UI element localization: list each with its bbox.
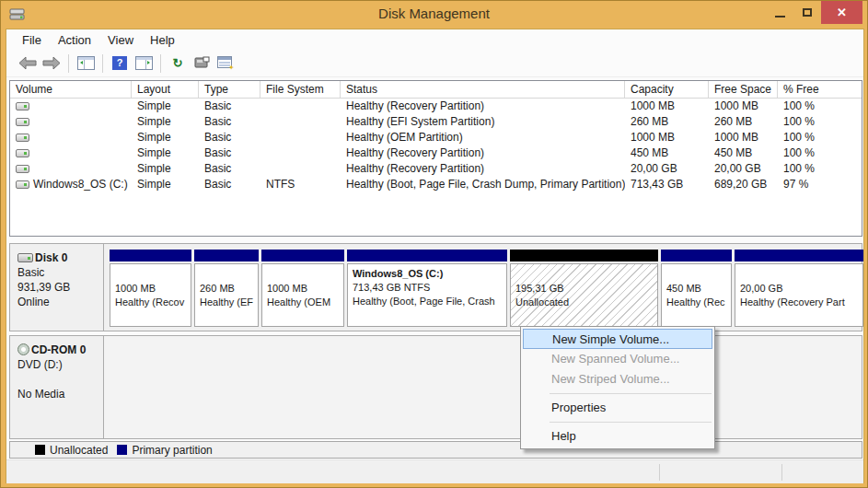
partition-title: Windows8_OS (C:) [353,267,502,281]
volume-icon [16,149,29,157]
cell-capacity: 20,00 GB [625,161,709,177]
cell-free-space: 20,00 GB [709,161,778,177]
cell-status: Healthy (OEM Partition) [341,130,625,145]
legend-bar: Unallocated Primary partition [9,441,862,459]
back-icon [18,56,37,70]
unallocated-swatch [35,445,45,455]
properties-icon [194,56,210,70]
disk-kind: Basic [17,265,103,280]
menu-item-properties[interactable]: Properties [521,398,714,418]
menu-bar: File Action View Help [6,29,863,50]
cell-type: Basic [199,177,260,192]
cell-pct-free: 100 % [778,130,862,145]
legend-unallocated-label: Unallocated [50,444,108,457]
volume-icon [16,180,29,189]
window-content: File Action View Help [6,29,864,483]
refresh-button[interactable]: ↻ [166,52,190,75]
statusbar-separator [781,464,782,481]
cell-layout: Simple [132,130,199,145]
table-row[interactable]: Simple Basic Healthy (Recovery Partition… [10,145,862,161]
volume-icon [16,134,29,142]
cell-status: Healthy (EFI System Partition) [341,114,625,130]
cell-file-system [260,161,341,177]
col-free-space[interactable]: Free Space [709,81,778,98]
partition-color-bar [194,250,259,261]
partition-efi[interactable]: 260 MB Healthy (EF [194,250,259,327]
col-type[interactable]: Type [199,81,260,98]
cell-capacity: 450 MB [625,145,709,161]
table-row[interactable]: Simple Basic Healthy (Recovery Partition… [10,161,862,177]
close-icon: ✕ [837,6,847,19]
help-button[interactable]: ? [108,52,132,75]
partition-size: 713,43 GB NTFS [353,281,502,295]
menu-separator [550,422,712,423]
menu-item-help[interactable]: Help [521,426,714,447]
window-title: Disk Management [1,6,867,21]
partition-size: 195,31 GB [515,282,653,296]
cell-free-space: 689,20 GB [709,177,778,192]
cell-file-system [260,114,341,130]
title-bar[interactable]: Disk Management ✕ [1,1,867,29]
action-pane-icon [135,56,153,70]
menu-item-new-simple-volume[interactable]: New Simple Volume... [523,329,712,349]
table-row[interactable]: Simple Basic Healthy (EFI System Partiti… [10,114,862,130]
menu-help[interactable]: Help [142,31,183,49]
forward-button[interactable] [40,52,64,75]
partition-recovery-1[interactable]: 1000 MB Healthy (Recov [110,250,191,327]
col-status[interactable]: Status [341,81,625,98]
manage-star: ✦ [228,64,235,70]
partition-unallocated[interactable]: 195,31 GB Unallocated [510,250,658,327]
partition-recovery-3[interactable]: 20,00 GB Healthy (Recovery Part [735,250,863,327]
cell-capacity: 1000 MB [625,99,709,114]
partition-oem[interactable]: 1000 MB Healthy (OEM [261,250,344,327]
disk-manage-button[interactable]: ✦ [214,52,237,75]
volume-icon [16,165,29,173]
back-button[interactable] [16,52,40,75]
cdrom-label-panel[interactable]: CD-ROM 0 DVD (D:) No Media [10,336,104,438]
close-button[interactable]: ✕ [821,1,862,24]
cell-type: Basic [199,161,260,177]
menu-separator [550,393,712,394]
cell-file-system: NTFS [260,177,341,192]
cell-free-space: 260 MB [709,114,778,130]
table-row[interactable]: Simple Basic Healthy (Recovery Partition… [10,99,862,114]
toolbar-separator [160,54,161,73]
cell-capacity: 713,43 GB [625,177,709,192]
menu-item-new-striped-volume: New Striped Volume... [521,369,714,389]
table-row[interactable]: Windows8_OS (C:) Simple Basic NTFS Healt… [10,177,862,192]
volume-list: Volume Layout Type File System Status Ca… [9,80,862,237]
table-row[interactable]: Simple Basic Healthy (OEM Partition) 100… [10,130,862,145]
col-layout[interactable]: Layout [132,81,199,98]
cell-layout: Simple [132,145,199,161]
disk0-label-panel[interactable]: Disk 0 Basic 931,39 GB Online [10,244,104,331]
partition-color-bar [261,250,344,261]
help-icon: ? [112,56,127,70]
maximize-button[interactable] [793,1,821,24]
col-pct-free[interactable]: % Free [778,81,862,98]
partition-color-bar [510,250,658,261]
cell-status: Healthy (Recovery Partition) [341,161,625,177]
minimize-button[interactable] [766,1,793,24]
col-file-system[interactable]: File System [260,81,341,98]
disk-manage-icon: ✦ [217,56,235,70]
context-menu: New Simple Volume... New Spanned Volume.… [520,326,715,449]
cell-pct-free: 100 % [778,114,862,130]
cell-type: Basic [199,114,260,130]
partition-status: Unallocated [515,296,653,309]
menu-action[interactable]: Action [50,31,99,49]
properties-button[interactable] [190,52,214,75]
cell-type: Basic [199,145,260,161]
cell-type: Basic [199,130,260,145]
partition-windows-c[interactable]: Windows8_OS (C:) 713,43 GB NTFS Healthy … [347,250,507,327]
volume-name: Windows8_OS (C:) [33,178,128,191]
minimize-icon [775,16,785,17]
menu-file[interactable]: File [14,31,50,49]
show-action-pane-button[interactable] [132,52,156,75]
partition-status: Healthy (Recovery Part [740,296,858,309]
partition-recovery-2[interactable]: 450 MB Healthy (Rec [661,250,732,327]
show-console-tree-button[interactable] [74,52,98,75]
col-volume[interactable]: Volume [10,81,132,98]
cdrom-media-area[interactable] [104,336,862,438]
col-capacity[interactable]: Capacity [625,81,709,98]
menu-view[interactable]: View [99,31,142,49]
